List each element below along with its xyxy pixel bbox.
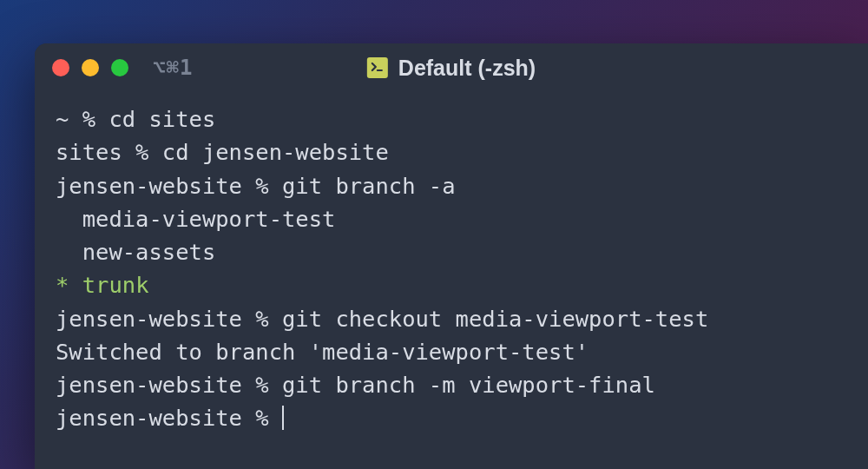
terminal-text: new-assets: [56, 239, 215, 265]
terminal-text: trunk: [82, 272, 149, 298]
close-icon[interactable]: [52, 59, 69, 76]
window-title: Default (-zsh): [367, 56, 536, 81]
terminal-line: sites % cd jensen-website: [56, 135, 847, 168]
terminal-text: Switched to branch 'media-viewport-test': [56, 339, 589, 365]
terminal-text: ~ % cd sites: [56, 106, 215, 132]
terminal-content[interactable]: ~ % cd sitessites % cd jensen-websitejen…: [35, 92, 868, 446]
terminal-line: * trunk: [56, 268, 847, 301]
window-title-text: Default (-zsh): [398, 56, 536, 81]
terminal-text: jensen-website %: [56, 405, 282, 431]
terminal-text: media-viewport-test: [56, 206, 335, 232]
minimize-icon[interactable]: [82, 59, 99, 76]
traffic-lights: [52, 59, 128, 76]
terminal-line: Switched to branch 'media-viewport-test': [56, 335, 847, 368]
terminal-text: sites % cd jensen-website: [56, 139, 389, 165]
terminal-line: ~ % cd sites: [56, 102, 847, 135]
terminal-text: *: [56, 272, 82, 298]
maximize-icon[interactable]: [111, 59, 128, 76]
terminal-line: jensen-website %: [56, 401, 847, 434]
terminal-icon: [367, 57, 388, 78]
terminal-text: jensen-website % git branch -m viewport-…: [56, 372, 655, 398]
tab-shortcut-label: ⌥⌘1: [153, 56, 193, 80]
terminal-line: media-viewport-test: [56, 202, 847, 235]
terminal-line: jensen-website % git branch -m viewport-…: [56, 368, 847, 401]
terminal-line: new-assets: [56, 235, 847, 268]
terminal-text: jensen-website % git branch -a: [56, 173, 456, 199]
title-bar: ⌥⌘1 Default (-zsh): [35, 43, 868, 92]
cursor-icon: [282, 406, 284, 430]
terminal-window: ⌥⌘1 Default (-zsh) ~ % cd sitessites % c…: [35, 43, 868, 469]
terminal-text: jensen-website % git checkout media-view…: [56, 306, 708, 332]
terminal-line: jensen-website % git branch -a: [56, 169, 847, 202]
terminal-line: jensen-website % git checkout media-view…: [56, 302, 847, 335]
